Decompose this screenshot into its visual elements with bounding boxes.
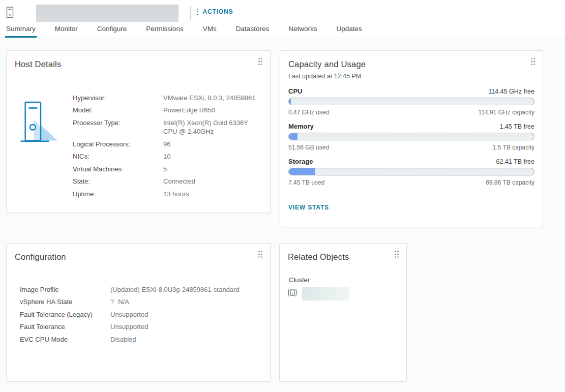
memory-usage-bar: [288, 133, 534, 140]
row-label: Fault Tolerance: [20, 322, 96, 331]
drag-handle-icon[interactable]: [530, 57, 536, 65]
row-label: Hypervisor:: [73, 94, 149, 103]
detail-row: NICs:10: [73, 150, 263, 163]
meter-capacity-value: 69.86 TB capacity: [486, 179, 534, 186]
meter-capacity-value: 114.91 GHz capacity: [478, 109, 534, 116]
meter-used-value: 0.47 GHz used: [288, 109, 329, 116]
unknown-status-icon: ?: [110, 297, 114, 307]
host-name-redacted[interactable]: [36, 5, 179, 22]
storage-meter: Storage 62.41 TB free 7.45 TB used 69.86…: [288, 158, 534, 186]
tab-datastores[interactable]: Datastores: [235, 23, 270, 38]
card-title: Host Details: [7, 51, 270, 69]
kebab-menu-icon: [197, 9, 198, 15]
host-details-rows: Hypervisor:VMware ESXi, 8.0.3, 24859861 …: [73, 92, 263, 200]
capacity-usage-card: Capacity and Usage Last updated at 12:45…: [280, 50, 543, 227]
row-value: Connected: [163, 177, 263, 186]
cluster-item: [280, 284, 406, 300]
host-icon: [6, 7, 14, 20]
meter-used-value: 7.45 TB used: [288, 179, 324, 186]
row-value: 13 hours: [163, 190, 263, 199]
cluster-icon: [287, 288, 298, 299]
row-label: Image Profile: [20, 285, 96, 294]
actions-button[interactable]: ACTIONS: [197, 8, 233, 15]
tab-updates[interactable]: Updates: [335, 23, 363, 38]
detail-row: State:Connected: [73, 175, 263, 188]
last-updated-text: Last updated at 12:45 PM: [280, 69, 543, 80]
row-label: Model:: [73, 106, 149, 115]
card-title: Related Objects: [280, 244, 406, 262]
row-value: 5: [163, 165, 263, 174]
configuration-rows: Image Profile(Updated) ESXi-8.0U3g-24859…: [7, 262, 270, 346]
row-value: Unsupported: [110, 310, 263, 319]
tab-networks[interactable]: Networks: [287, 23, 318, 38]
row-label: State:: [73, 177, 149, 186]
actions-label: ACTIONS: [203, 8, 233, 15]
config-row: Fault ToleranceUnsupported: [20, 321, 263, 334]
row-value: 96: [163, 140, 263, 149]
host-details-body: Hypervisor:VMware ESXi, 8.0.3, 24859861 …: [7, 69, 270, 200]
config-row: EVC CPU ModeDisabled: [20, 333, 263, 346]
object-header: ACTIONS: [0, 0, 565, 24]
capacity-meters: CPU 114.45 GHz free 0.47 GHz used 114.91…: [280, 80, 543, 186]
detail-row: Uptime:13 hours: [73, 188, 263, 200]
cluster-name-redacted[interactable]: [302, 287, 349, 300]
row-label: Uptime:: [73, 190, 149, 199]
row-label: NICs:: [73, 152, 149, 161]
vsphere-host-summary-page: ACTIONS Summary Monitor Configure Permis…: [0, 0, 565, 392]
detail-row: Processor Type:Intel(R) Xeon(R) Gold 633…: [73, 116, 263, 138]
view-stats-link[interactable]: VIEW STATS: [288, 204, 329, 211]
tab-bar: Summary Monitor Configure Permissions VM…: [0, 24, 565, 38]
tab-permissions[interactable]: Permissions: [145, 23, 185, 38]
host-illustration-icon: [20, 92, 73, 200]
row-value: Disabled: [110, 335, 263, 344]
cpu-usage-bar: [288, 98, 534, 105]
meter-capacity-value: 1.5 TB capacity: [493, 144, 535, 151]
drag-handle-icon[interactable]: [258, 57, 263, 65]
meter-free-value: 114.45 GHz free: [488, 88, 534, 95]
row-value-text: N/A: [118, 298, 129, 306]
row-value: 10: [163, 152, 263, 161]
detail-row: Model:PowerEdge R650: [73, 104, 263, 117]
config-row: Image Profile(Updated) ESXi-8.0U3g-24859…: [20, 283, 263, 296]
tab-vms[interactable]: VMs: [202, 23, 218, 38]
row-value: (Updated) ESXi-8.0U3g-24859861-standard: [110, 285, 263, 294]
row-label: Fault Tolerance (Legacy): [20, 310, 96, 319]
cpu-usage-fill: [289, 98, 291, 105]
row-value: Intel(R) Xeon(R) Gold 6336Y CPU @ 2.40GH…: [163, 118, 263, 136]
storage-usage-bar: [288, 168, 534, 175]
row-value: ?N/A: [110, 297, 263, 307]
row-value: Unsupported: [110, 322, 263, 331]
cluster-group-label: Cluster: [280, 262, 406, 284]
storage-usage-fill: [289, 168, 315, 175]
row-label: vSphere HA State: [20, 297, 96, 307]
row-value: PowerEdge R650: [163, 106, 263, 115]
tab-configure[interactable]: Configure: [96, 23, 128, 38]
tab-monitor[interactable]: Monitor: [54, 23, 79, 38]
memory-usage-fill: [289, 133, 298, 140]
row-label: Processor Type:: [73, 118, 149, 136]
cpu-meter: CPU 114.45 GHz free 0.47 GHz used 114.91…: [288, 87, 534, 116]
detail-row: Logical Processors:96: [73, 138, 263, 150]
detail-row: Hypervisor:VMware ESXi, 8.0.3, 24859861: [73, 92, 263, 104]
meter-name: Memory: [288, 123, 314, 130]
config-row: Fault Tolerance (Legacy)Unsupported: [20, 308, 263, 321]
meter-free-value: 62.41 TB free: [496, 158, 534, 165]
meter-name: CPU: [288, 87, 302, 95]
row-label: Virtual Machines:: [73, 165, 149, 174]
drag-handle-icon[interactable]: [394, 250, 399, 258]
row-label: EVC CPU Mode: [20, 335, 96, 344]
drag-handle-icon[interactable]: [258, 250, 263, 258]
tab-summary[interactable]: Summary: [5, 23, 37, 38]
config-row: vSphere HA State?N/A: [20, 296, 263, 309]
meter-name: Storage: [288, 158, 313, 165]
row-label: Logical Processors:: [73, 140, 149, 149]
host-details-card: Host Details Hypervisor:VMware ESXi, 8.0…: [6, 50, 271, 213]
card-divider: [280, 196, 543, 196]
related-objects-card: Related Objects Cluster: [279, 243, 407, 382]
meter-used-value: 51.56 GB used: [288, 144, 329, 151]
header-divider: [190, 6, 191, 20]
detail-row: Virtual Machines:5: [73, 163, 263, 175]
row-value: VMware ESXi, 8.0.3, 24859861: [163, 94, 263, 103]
meter-free-value: 1.45 TB free: [499, 123, 534, 130]
card-title: Configuration: [7, 244, 270, 262]
